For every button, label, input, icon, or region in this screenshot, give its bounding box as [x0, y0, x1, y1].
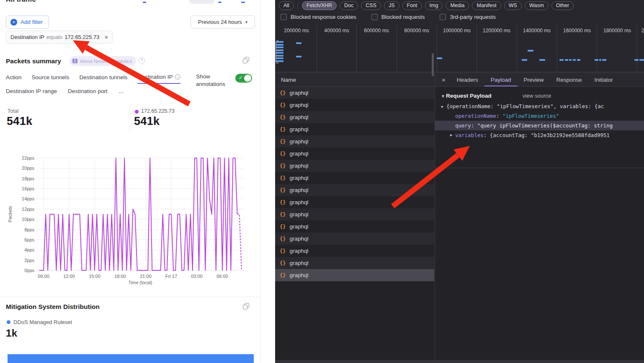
clock-icon — [139, 57, 145, 64]
tab-headers[interactable]: Headers — [451, 73, 484, 86]
filter-pill-fetch-xhr[interactable]: Fetch/XHR — [302, 1, 337, 10]
filter-pill-ws[interactable]: WS — [504, 1, 522, 10]
expand-card-icon[interactable] — [243, 57, 249, 63]
network-request-row[interactable]: {}graphql — [275, 245, 434, 257]
cut-off-header-mark — [218, 2, 222, 3]
request-timing-bar — [559, 59, 564, 61]
payload-tree-row[interactable]: query: "query ipFlowTimeseries($accountT… — [435, 121, 644, 130]
network-request-row[interactable]: {}graphql — [275, 172, 434, 184]
checkbox-box[interactable] — [371, 14, 378, 20]
tab-action[interactable]: Action — [6, 74, 22, 84]
request-timing-bar — [276, 47, 283, 48]
cut-off-header-mark — [241, 2, 245, 3]
divider — [130, 106, 130, 131]
about-network-analytics-pill[interactable]: About Network Analytics — [70, 56, 136, 66]
network-request-row[interactable]: {}graphql — [275, 196, 434, 208]
info-icon — [175, 74, 180, 80]
tab-response[interactable]: Response — [550, 73, 588, 86]
add-filter-button[interactable]: + Add filter — [6, 16, 49, 29]
timeline-separator — [356, 24, 357, 72]
tab-destination-ip[interactable]: Destination IP — [137, 74, 180, 84]
timeline-separator — [397, 24, 397, 72]
tab-destination-port[interactable]: Destination port — [68, 88, 108, 97]
request-name: graphql — [289, 187, 308, 193]
show-annotations-toggle[interactable]: ✓ — [235, 74, 252, 83]
network-request-row[interactable]: {}graphql — [275, 99, 434, 111]
network-request-row[interactable]: {}graphql — [275, 257, 434, 269]
request-timing-bar — [276, 57, 283, 59]
tab-destination-tunnels[interactable]: Destination tunnels — [80, 74, 128, 84]
checkbox-box[interactable] — [440, 14, 446, 20]
tab-payload[interactable]: Payload — [484, 73, 518, 86]
svg-text:16pps: 16pps — [22, 186, 34, 191]
network-request-row[interactable]: {}graphql — [275, 148, 434, 160]
tab-[interactable]: … — [118, 88, 124, 97]
network-request-row[interactable]: {}graphql — [275, 135, 434, 148]
request-name: graphql — [289, 248, 308, 254]
expand-card-icon[interactable] — [243, 303, 249, 309]
cut-off-header-element — [189, 0, 214, 4]
timeline-tick-label: 2 — [641, 28, 644, 34]
divider — [0, 297, 261, 297]
close-icon[interactable]: × — [435, 76, 451, 83]
filter-chip[interactable]: Destination IP equals 172.65.225.73 × — [6, 31, 113, 44]
request-payload-heading[interactable]: ▼Request Payload — [441, 93, 492, 99]
filter-pill-css[interactable]: CSS — [361, 1, 381, 10]
checkbox-blocked-requests[interactable]: Blocked requests — [371, 14, 425, 20]
network-overview-timeline[interactable]: 200000 ms400000 ms600000 ms800000 ms1000… — [275, 24, 644, 72]
stat-ip-value: 541k — [134, 115, 160, 128]
scrollbar-thumb[interactable] — [432, 53, 434, 76]
checkbox-3rd-party-requests[interactable]: 3rd-party requests — [440, 14, 496, 20]
tab-preview[interactable]: Preview — [518, 73, 550, 86]
request-timing-bar — [276, 44, 283, 46]
timeline-tick-label: 200000 ms — [284, 28, 309, 34]
json-braces-icon: {} — [280, 236, 286, 242]
mitigation-value: 1k — [6, 327, 17, 339]
packets-chart[interactable]: 0pps2pps4pps6pps8pps10pps12pps14pps16pps… — [0, 145, 275, 287]
filter-pill-manifest[interactable]: Manifest — [472, 1, 501, 10]
request-timing-bar — [276, 49, 283, 51]
network-request-row[interactable]: {}graphql — [275, 220, 434, 233]
name-column-header[interactable]: Name — [275, 73, 434, 87]
checkbox-blocked-response-cookies[interactable]: Blocked response cookies — [281, 14, 356, 20]
tab-destination-ip-range[interactable]: Destination IP range — [6, 88, 57, 97]
time-range-dropdown[interactable]: Previous 24 hours ▾ — [191, 16, 255, 29]
network-request-row[interactable]: {}graphql — [275, 233, 434, 245]
triangle-right-icon[interactable]: ▶ — [450, 130, 452, 140]
requests-list: Name {}graphql{}graphql{}graphql{}graphq… — [275, 73, 434, 363]
network-request-row[interactable]: {}graphql — [275, 269, 434, 281]
network-request-row[interactable]: {}graphql — [275, 111, 434, 123]
filter-pill-js[interactable]: JS — [384, 1, 399, 10]
filter-pill-font[interactable]: Font — [402, 1, 422, 10]
network-request-row[interactable]: {}graphql — [275, 123, 434, 135]
divider — [260, 0, 261, 363]
filter-pill-media[interactable]: Media — [446, 1, 469, 10]
network-request-row[interactable]: {}graphql — [275, 184, 434, 196]
payload-tree-row[interactable]: operationName: "ipFlowTimeseries" — [435, 111, 644, 121]
tab-initiator[interactable]: Initiator — [588, 73, 619, 86]
checkbox-box[interactable] — [281, 14, 287, 20]
network-request-row[interactable]: {}graphql — [275, 160, 434, 172]
filter-pill-wasm[interactable]: Wasm — [525, 1, 549, 10]
payload-summary-line[interactable]: ▼ {operationName: "ipFlowTimeseries", va… — [435, 101, 644, 111]
remove-filter-icon[interactable]: × — [104, 34, 108, 41]
json-braces-icon: {} — [280, 102, 286, 108]
network-request-row[interactable]: {}graphql — [275, 87, 434, 99]
view-source-link[interactable]: view source — [523, 93, 551, 99]
legend-dot-icon — [7, 320, 10, 324]
json-braces-icon: {} — [280, 272, 286, 278]
timeline-separator — [317, 24, 317, 72]
tab-source-tunnels[interactable]: Source tunnels — [32, 74, 70, 84]
payload-value: {accountTag: "b12e3b2192ee5588fdad9951 — [490, 132, 610, 138]
filter-pill-doc[interactable]: Doc — [340, 1, 358, 10]
request-timing-bar — [528, 50, 533, 52]
network-request-row[interactable]: {}graphql — [275, 208, 434, 220]
timeline-separator — [517, 24, 517, 72]
filter-pill-other[interactable]: Other — [551, 1, 574, 10]
payload-tree-row[interactable]: ▶variables: {accountTag: "b12e3b2192ee55… — [435, 130, 644, 140]
svg-text:06:00: 06:00 — [216, 274, 228, 279]
filter-pill-all[interactable]: All — [279, 1, 294, 10]
request-name: graphql — [289, 175, 308, 181]
request-name: graphql — [289, 223, 308, 230]
filter-pill-img[interactable]: Img — [425, 1, 443, 10]
